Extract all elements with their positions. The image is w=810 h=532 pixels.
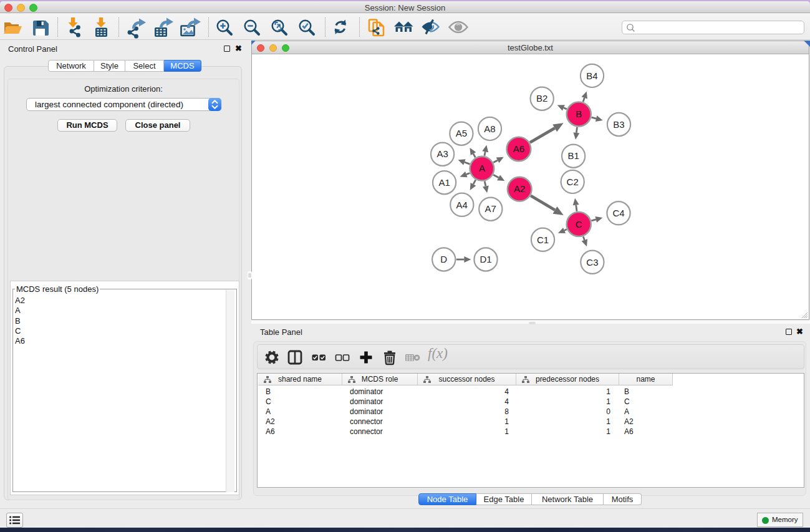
svg-text:A7: A7 bbox=[485, 203, 496, 214]
svg-text:B1: B1 bbox=[567, 150, 579, 161]
svg-text:C: C bbox=[576, 219, 582, 230]
svg-text:A6: A6 bbox=[513, 143, 524, 154]
svg-text:B4: B4 bbox=[586, 70, 597, 81]
svg-text:A5: A5 bbox=[456, 128, 467, 138]
svg-text:C1: C1 bbox=[537, 235, 549, 245]
svg-text:C3: C3 bbox=[586, 257, 598, 268]
svg-text:A2: A2 bbox=[514, 183, 525, 194]
svg-text:A1: A1 bbox=[438, 177, 450, 188]
svg-text:A4: A4 bbox=[456, 200, 468, 210]
svg-text:C4: C4 bbox=[612, 208, 624, 218]
svg-text:C2: C2 bbox=[567, 177, 579, 187]
svg-text:A: A bbox=[479, 163, 485, 173]
svg-text:A3: A3 bbox=[436, 148, 448, 159]
svg-text:D: D bbox=[440, 254, 447, 264]
svg-text:D1: D1 bbox=[480, 254, 491, 264]
svg-text:B2: B2 bbox=[536, 93, 547, 104]
svg-text:B: B bbox=[576, 109, 582, 119]
svg-text:A8: A8 bbox=[484, 123, 495, 134]
svg-text:B3: B3 bbox=[613, 119, 624, 130]
